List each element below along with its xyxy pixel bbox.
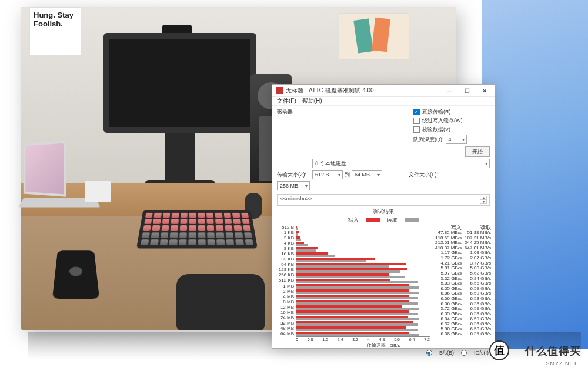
transfer-to-select[interactable]: 64 MB	[352, 170, 382, 179]
read-bar	[296, 323, 418, 326]
file-size-select[interactable]: 256 MB	[277, 181, 310, 190]
bar-row	[296, 236, 430, 241]
bar-row	[296, 262, 430, 268]
read-bar	[296, 265, 389, 268]
read-bar	[296, 308, 419, 310]
x-tick-label: 4.8	[379, 337, 385, 342]
x-tick-label: 0.8	[308, 337, 313, 342]
read-bar	[296, 270, 400, 273]
radio-bytes-per-sec[interactable]	[426, 350, 432, 356]
bar-row	[296, 326, 430, 331]
spinner-up-icon[interactable]: ▴	[480, 196, 487, 200]
label-queue-depth: 队列深度(Q):	[413, 136, 444, 143]
read-bar	[296, 302, 418, 305]
x-tick-label: 5.6	[394, 337, 400, 342]
chair	[176, 274, 265, 330]
sticky-note	[85, 181, 111, 202]
bar-row	[296, 310, 430, 315]
x-tick-label: 1.6	[322, 337, 328, 342]
bar-row	[296, 273, 430, 278]
bar-row	[296, 289, 430, 294]
bar-row	[296, 268, 430, 273]
wall-art	[339, 13, 409, 60]
read-bar	[296, 329, 418, 331]
description-textbox[interactable]: <<miaoshu>> ▴▾	[277, 194, 490, 206]
read-bar	[296, 313, 418, 315]
bar-row	[296, 230, 430, 236]
checkbox-direct-io[interactable]: ✓	[413, 109, 420, 115]
menubar: 文件(F) 帮助(H)	[272, 97, 495, 106]
windows-bloom-wallpaper	[482, 0, 588, 349]
close-button[interactable]: ✕	[476, 85, 493, 96]
read-bar	[296, 244, 308, 246]
read-bar	[296, 249, 316, 252]
transfer-from-select[interactable]: 512 B	[312, 170, 343, 179]
results-title: 测试结果	[272, 207, 495, 216]
bar-row	[296, 241, 430, 246]
label-bypass-cache: 绕过写入缓存(W)	[422, 117, 463, 125]
bar-row	[296, 305, 430, 310]
legend-read-swatch	[405, 218, 419, 222]
checkbox-verify[interactable]	[413, 126, 420, 133]
legend-write-swatch	[366, 218, 380, 222]
bar-row	[296, 299, 430, 305]
atto-benchmark-window: 无标题 - ATTO 磁盘基准测试 4.00 ─ ☐ ✕ 文件(F) 帮助(H)…	[272, 84, 495, 349]
read-bar	[296, 281, 418, 283]
bar-row	[296, 225, 430, 230]
start-button[interactable]: 开始	[465, 146, 490, 157]
bar-row	[296, 294, 430, 299]
read-bar	[296, 292, 419, 294]
watermark-subtext: SMYZ.NET	[546, 360, 577, 366]
label-direct-io: 直接传输(R)	[422, 108, 451, 116]
watermark-text: 什么值得买	[525, 344, 581, 358]
read-bar	[296, 233, 298, 236]
x-tick-label: 6.4	[409, 337, 415, 342]
chart-legend: 写入 读取	[272, 216, 495, 225]
x-tick-label: 0	[296, 337, 298, 342]
read-bar	[296, 286, 419, 289]
keyboard	[136, 210, 258, 248]
spinner-down-icon[interactable]: ▾	[480, 200, 487, 204]
menu-file[interactable]: 文件(F)	[277, 97, 296, 105]
label-verify: 校验数据(V)	[422, 126, 450, 133]
monitor	[103, 33, 256, 133]
menu-help[interactable]: 帮助(H)	[302, 97, 322, 105]
label-transfer-size: 传输大小(Z):	[277, 171, 310, 179]
read-bar	[296, 255, 335, 257]
checkbox-bypass-cache[interactable]	[413, 118, 420, 124]
x-tick-label: 4	[368, 337, 370, 342]
bar-row	[296, 283, 430, 289]
y-tick-label: 64 MB	[276, 332, 294, 337]
bar-row	[296, 320, 430, 326]
titlebar[interactable]: 无标题 - ATTO 磁盘基准测试 4.00 ─ ☐ ✕	[272, 85, 495, 97]
minimize-button[interactable]: ─	[440, 85, 458, 96]
radio-io-per-sec[interactable]	[461, 350, 467, 356]
write-value: 6.08 GB/s	[432, 332, 462, 337]
x-axis-label: 传输速率 - GB/s	[276, 342, 491, 349]
app-icon	[276, 87, 283, 94]
label-to: 到	[345, 171, 350, 179]
bar-row	[296, 278, 430, 283]
window-title: 无标题 - ATTO 磁盘基准测试 4.00	[286, 86, 440, 95]
read-bar	[296, 318, 419, 320]
maximize-button[interactable]: ☐	[458, 85, 476, 96]
bar-row	[296, 331, 430, 336]
read-bar	[296, 228, 298, 230]
read-bar	[296, 260, 366, 262]
queue-depth-select[interactable]: 4	[446, 135, 467, 144]
watermark-logo-icon: 值	[489, 340, 509, 360]
wall-poster: Hung. Stay Foolish.	[29, 7, 81, 55]
chart-area: 512 B1 KB2 KB4 KB8 KB16 KB32 KB64 KB128 …	[272, 225, 495, 349]
read-value: 6.59 GB/s	[462, 332, 491, 337]
drive-select[interactable]: (E:) 本地磁盘	[312, 159, 490, 168]
laptop	[21, 142, 92, 213]
x-tick-label: 7.2	[424, 337, 430, 342]
x-tick-label: 3.2	[352, 337, 358, 342]
bar-row	[296, 252, 430, 257]
x-tick-label: 2.4	[338, 337, 343, 342]
read-bar	[296, 276, 405, 278]
read-bar	[296, 297, 418, 299]
bar-row	[296, 315, 430, 320]
label-drive: 驱动器:	[277, 108, 310, 116]
read-bar	[296, 239, 301, 241]
